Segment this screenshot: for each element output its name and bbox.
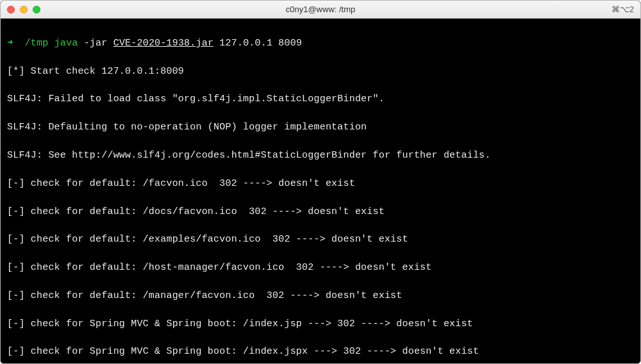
traffic-lights	[7, 6, 40, 13]
command-jar-file: CVE-2020-1938.jar	[113, 38, 213, 49]
prompt-path: /tmp	[25, 38, 49, 49]
window-title: c0ny1@www: /tmp	[7, 4, 634, 14]
command-args-suffix: 127.0.0.1 8009	[213, 38, 302, 49]
title-bar: c0ny1@www: /tmp ⌘⌥2	[1, 1, 640, 19]
close-icon[interactable]	[7, 6, 15, 13]
output-line: [-] check for Spring MVC & Spring boot: …	[7, 345, 634, 359]
output-line: [*] Start check 127.0.0.1:8009	[7, 65, 634, 79]
command-executable: java	[54, 38, 78, 49]
output-line: [-] check for default: /manager/facvon.i…	[7, 289, 634, 303]
prompt-arrow-icon: ➜	[7, 38, 13, 49]
output-line: [-] check for default: /host-manager/fac…	[7, 261, 634, 275]
output-line: SLF4J: Failed to load class "org.slf4j.i…	[7, 92, 634, 106]
terminal-body[interactable]: ➜ /tmp java -jar CVE-2020-1938.jar 127.0…	[1, 19, 640, 363]
terminal-window: c0ny1@www: /tmp ⌘⌥2 ➜ /tmp java -jar CVE…	[0, 0, 641, 364]
output-line: [-] check for Spring MVC & Spring boot: …	[7, 317, 634, 331]
output-line: SLF4J: Defaulting to no-operation (NOP) …	[7, 120, 634, 135]
maximize-icon[interactable]	[33, 6, 40, 13]
prompt-line: ➜ /tmp java -jar CVE-2020-1938.jar 127.0…	[7, 37, 634, 51]
output-line: [-] check for default: /docs/facvon.ico …	[7, 205, 634, 219]
output-line: SLF4J: See http://www.slf4j.org/codes.ht…	[7, 149, 634, 163]
output-line: [-] check for default: /examples/facvon.…	[7, 233, 634, 247]
output-line: [-] check for default: /facvon.ico 302 -…	[7, 177, 634, 191]
window-shortcut-label: ⌘⌥2	[612, 4, 634, 14]
minimize-icon[interactable]	[20, 6, 28, 13]
command-args-prefix: -jar	[78, 38, 113, 49]
